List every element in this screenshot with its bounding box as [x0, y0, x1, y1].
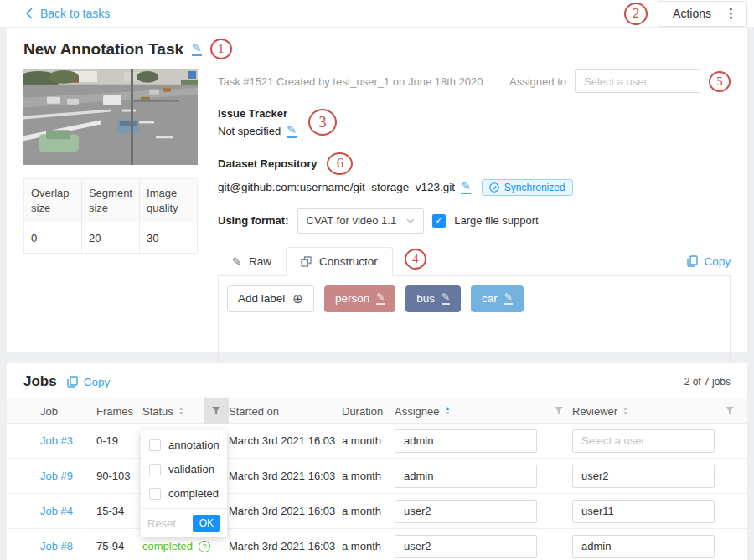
col-status[interactable]: Status ▲▼ [142, 405, 204, 418]
task-title: New Annotation Task [23, 40, 183, 59]
col-reviewer[interactable]: Reviewer ▲▼ [572, 405, 719, 418]
job-duration: a month [342, 505, 395, 517]
job-link[interactable]: Job #3 [40, 434, 96, 447]
callout-1: 1 [210, 39, 232, 59]
status-sort-icon[interactable]: ▲▼ [178, 406, 184, 416]
col-assignee[interactable]: Assignee ▲▼ [395, 405, 545, 418]
assignee-select[interactable] [395, 465, 537, 488]
col-job: Job [40, 405, 96, 418]
edit-title-icon[interactable]: ✎ [192, 42, 202, 56]
chevron-down-icon [406, 218, 415, 223]
filter-option-validation[interactable]: validation [141, 457, 227, 481]
jobs-card: Jobs Copy 2 of 7 jobs Job Frames Status … [7, 363, 747, 560]
chevron-left-icon [25, 8, 33, 19]
job-started: March 3rd 2021 16:03 [229, 470, 342, 482]
label-tag-bus[interactable]: bus ✎ [405, 285, 461, 312]
edit-label-car-icon[interactable]: ✎ [504, 292, 513, 305]
question-circle-icon: ? [199, 541, 210, 552]
validation-checkbox[interactable] [149, 464, 161, 475]
filter-option-completed[interactable]: completed [141, 481, 227, 506]
assignee-select[interactable] [395, 429, 537, 453]
filter-option-annotation[interactable]: annotation [141, 433, 227, 457]
job-duration: a month [342, 434, 395, 447]
param-header-segment: Segment size [81, 179, 139, 223]
completed-checkbox[interactable] [149, 488, 161, 500]
issue-tracker-label: Issue Tracker [218, 107, 297, 120]
callout-5: 5 [709, 71, 731, 92]
edit-label-bus-icon[interactable]: ✎ [442, 292, 450, 305]
labels-tab-bar: ✎ Raw Constructor 4 Copy [218, 247, 731, 276]
job-frames: 75-94 [96, 540, 142, 552]
check-circle-icon [489, 182, 499, 193]
format-select-value: CVAT for video 1.1 [307, 214, 397, 227]
param-header-overlap: Overlap size [24, 179, 82, 223]
using-format-label: Using format: [218, 214, 289, 227]
reviewer-select[interactable] [572, 535, 715, 558]
tab-constructor[interactable]: Constructor [286, 247, 393, 276]
repository-url: git@github.com:username/git_storage_v123… [218, 181, 455, 193]
label-tag-bus-name: bus [416, 292, 435, 305]
copy-jobs-link[interactable]: Copy [67, 376, 111, 388]
job-link[interactable]: Job #9 [40, 470, 96, 482]
assigned-to-input[interactable] [575, 69, 700, 93]
col-assignee-label: Assignee [395, 405, 439, 418]
edit-repository-icon[interactable]: ✎ [461, 180, 471, 194]
reviewer-sort-icon[interactable]: ▲▼ [622, 406, 628, 416]
job-link[interactable]: Job #4 [40, 505, 96, 517]
label-tag-person-name: person [335, 292, 369, 305]
filter-ok-button[interactable]: OK [193, 515, 220, 532]
large-file-support-checkbox[interactable]: ✓ [432, 214, 446, 228]
job-duration: a month [342, 470, 395, 482]
label-tag-car[interactable]: car ✎ [471, 285, 524, 312]
format-select[interactable]: CVAT for video 1.1 [297, 208, 425, 234]
job-frames: 90-103 [96, 470, 142, 482]
copy-icon [67, 376, 78, 388]
reviewer-select[interactable] [572, 465, 715, 488]
back-to-tasks-link[interactable]: Back to tasks [25, 7, 110, 20]
add-label-text: Add label [238, 292, 285, 305]
reviewer-select[interactable] [572, 429, 715, 453]
edit-issue-tracker-icon[interactable]: ✎ [287, 124, 297, 138]
actions-button[interactable]: Actions ⋮ [658, 1, 747, 27]
copy-jobs-label: Copy [84, 376, 111, 388]
annotation-checkbox[interactable] [149, 439, 161, 451]
assignee-select[interactable] [395, 535, 537, 558]
top-bar: Back to tasks 2 Actions ⋮ [0, 0, 754, 27]
large-file-support-label: Large file support [454, 214, 538, 227]
assigned-to-label: Assigned to [509, 75, 566, 88]
callout-4: 4 [405, 249, 426, 270]
jobs-table-header: Job Frames Status ▲▼ Started on Duration… [7, 398, 747, 424]
col-status-label: Status [142, 405, 173, 418]
job-started: March 3rd 2021 16:03 [229, 434, 342, 447]
status-filter-icon[interactable] [204, 398, 229, 424]
job-duration: a month [342, 540, 395, 552]
plus-circle-icon: ⊕ [292, 291, 303, 306]
copy-labels-link[interactable]: Copy [687, 255, 731, 275]
callout-6: 6 [327, 152, 353, 175]
add-label-button[interactable]: Add label ⊕ [227, 285, 314, 312]
dataset-repository-label: Dataset Repository [218, 157, 317, 170]
label-tag-person[interactable]: person ✎ [324, 285, 395, 312]
col-started-on: Started on [229, 405, 342, 418]
task-params-table: Overlap size Segment size Image quality … [23, 178, 198, 254]
assignee-sort-icon[interactable]: ▲▼ [444, 406, 450, 416]
assignee-filter-icon[interactable] [545, 398, 572, 424]
param-value-segment: 20 [81, 223, 139, 254]
assignee-select[interactable] [395, 500, 537, 523]
col-frames: Frames [96, 405, 142, 418]
job-row-3: Job #4 15-34 March 3rd 2021 16:03 a mont… [7, 494, 747, 529]
param-value-overlap: 0 [24, 223, 82, 254]
reviewer-select[interactable] [572, 500, 715, 523]
status-filter-dropdown: annotation validation completed Reset OK [141, 430, 227, 537]
reviewer-filter-icon[interactable] [719, 398, 741, 424]
sync-status-badge: Synchronized [482, 179, 573, 196]
label-tag-car-name: car [482, 292, 498, 305]
pencil-icon: ✎ [232, 255, 241, 268]
job-row-1: Job #3 0-19 March 3rd 2021 16:03 a month [7, 424, 747, 459]
edit-label-person-icon[interactable]: ✎ [376, 292, 385, 305]
filter-reset-button[interactable]: Reset [147, 517, 176, 530]
check-icon: ✓ [436, 215, 443, 226]
tab-raw[interactable]: ✎ Raw [218, 248, 286, 275]
completed-label: completed [168, 487, 219, 500]
job-link[interactable]: Job #8 [40, 540, 96, 552]
